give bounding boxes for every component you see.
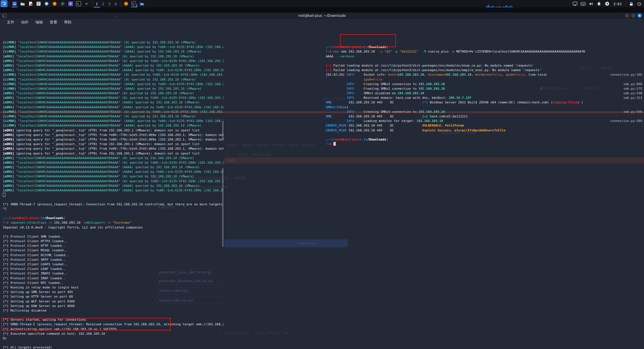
terminal-line: [mDNS] "localhost1UWhRCAAAAAAAAAAAAAAAAA… — [3, 188, 223, 193]
workspace-4[interactable]: 4 — [113, 2, 119, 6]
terminal-line: INFO SMBv1 disabled on 192.168.203.10smb… — [326, 91, 643, 96]
terminal-line — [3, 341, 223, 345]
terminal-line: [-] Failed loading module at /usr/lib/py… — [326, 68, 643, 73]
terminal-line: [mDNS] ignoring query for "_googlecast._… — [3, 142, 223, 147]
ghost-release-asset: Source code (tar.gz) — [156, 297, 224, 304]
terminal-line: [LLMNR] "localhost1UWhRCAAAAAAAAAAAAAAAA… — [3, 119, 223, 123]
title-bar[interactable]: $ root@kali-plus: ~/Downloads x — [0, 13, 644, 19]
terminal-count-badge: 3 — [135, 4, 138, 8]
bolt-app-launcher[interactable] — [67, 1, 74, 7]
kali-menu-button[interactable] — [1, 0, 7, 7]
terminal-line: [mDNS] "localhost1UWhRCAAAAAAAAAAAAAAAAA… — [3, 161, 223, 165]
terminal-line: [mDNS] "localhost1UWhRCAAAAAAAAAAAAAAAAA… — [3, 63, 223, 68]
workspace-1[interactable]: 1 — [94, 2, 100, 6]
terminal-line: [LLMNR] "localhost1UWhRCAAAAAAAAAAAAAAAA… — [3, 110, 223, 114]
terminal-line: INFO Loading modules for target: 192.168… — [326, 119, 643, 123]
terminal-line: [mDNS] "localhost1UWhRCAAAAAAAAAAAAAAAAA… — [3, 179, 223, 184]
terminal-line: INFO Resolved domain: hack.com with dns,… — [326, 96, 643, 100]
terminal-line: [mDNS] "localhost1UWhRCAAAAAAAAAAAAAAAAA… — [3, 59, 223, 63]
terminal-line: [mDNS] ignoring query for "_googlecast._… — [3, 137, 223, 142]
firefox-window-task[interactable] — [123, 1, 129, 7]
terminal-line: [mDNS] "localhost1UWhRCAAAAAAAAAAAAAAAAA… — [3, 165, 223, 170]
terminal-line: Impacket v0.13.0.dev0 - Copyright Fortra… — [3, 225, 223, 230]
notes-app-launcher[interactable]: T — [35, 1, 42, 7]
menu-bar: 文件动作编辑查看帮助 — [0, 19, 644, 26]
terminal-line: [*] Protocol Client SMB loaded.. — [3, 234, 223, 239]
maximize-button[interactable] — [631, 13, 635, 18]
terminal-line: [mDNS] ignoring query for "_googlecast._… — [3, 147, 223, 151]
terminal-line: [LLMNR] "localhost1UWhRCAAAAAAAAAAAAAAAA… — [3, 123, 223, 128]
terminal-content[interactable]: [LLMNR] "localhost1UWhRCAAAAAAAAAAAAAAAA… — [0, 26, 644, 349]
folder-launcher[interactable] — [19, 1, 26, 7]
terminal-line — [326, 59, 643, 63]
zap-proxy-launcher[interactable] — [59, 1, 66, 7]
taskbar-separator — [625, 1, 626, 6]
terminal-line: ^C — [3, 207, 223, 211]
taskbar: T $_ 1234 $_ 3 — [0, 0, 644, 8]
desktop: { "taskbar": { "clock": "2:42", "workspa… — [0, 0, 644, 349]
terminal-line: [mDNS] "localhost1UWhRCAAAAAAAAAAAAAAAAA… — [3, 174, 223, 179]
chromium-browser-launcher[interactable] — [43, 1, 50, 7]
terminal-line — [3, 313, 223, 318]
terminal-line: [LLMNR] "localhost1UWhRCAAAAAAAAAAAAAAAA… — [3, 82, 223, 87]
lock-screen-icon[interactable] — [628, 1, 634, 7]
terminal-line: [mDNS] "localhost1UWhRCAAAAAAAAAAAAAAAAA… — [3, 156, 223, 161]
terminal-line: AAAA --verbose — [326, 54, 643, 59]
workspace-3[interactable]: 3 — [107, 2, 112, 6]
terminal-line: [mDNS] ignoring query for "_googlecast._… — [3, 128, 223, 133]
terminal-line: [mDNS] "localhost1UWhRCAAAAAAAAAAAAAAAAA… — [3, 184, 223, 188]
terminal-line — [3, 211, 223, 216]
terminal-launcher[interactable]: $_ — [75, 1, 82, 7]
downloads-folder-task[interactable] — [139, 1, 145, 7]
svg-text:T: T — [37, 2, 40, 6]
terminal-line: [mDNS] "localhost1UWhRCAAAAAAAAAAAAAAAAA… — [3, 170, 223, 174]
text-editor-launcher[interactable] — [27, 1, 34, 7]
minimize-button[interactable] — [625, 13, 629, 18]
log-out-icon[interactable] — [636, 1, 642, 7]
terminal-line: [mDNS] "localhost1UWhRCAAAAAAAAAAAAAAAAA… — [3, 100, 223, 105]
ghost-window-edge — [222, 168, 223, 247]
display-icon[interactable] — [572, 1, 578, 7]
menu-item-1[interactable]: 动作 — [21, 20, 29, 25]
svg-text:$: $ — [3, 15, 4, 17]
file-manager-launcher[interactable] — [11, 1, 18, 7]
terminal-line: [mDNS] "localhost1UWhRCAAAAAAAAAAAAAAAAA… — [3, 54, 223, 59]
keyboard-icon[interactable] — [580, 1, 586, 7]
clock[interactable]: 2:42 — [613, 2, 622, 6]
terminal-line — [3, 193, 223, 197]
terminal-line: [*] SMBD-Thread-7 (process_request_threa… — [3, 202, 223, 207]
terminal-line: ┌──(root⊛kali-plus)-[~/Downloads] — [326, 137, 643, 142]
taskbar-separator — [92, 1, 92, 6]
close-button[interactable]: x — [637, 13, 642, 18]
terminal-line: [LLMNR] "localhost1UWhRCAAAAAAAAAAAAAAAA… — [3, 45, 223, 49]
network-monitor-graph — [486, 5, 523, 7]
terminal-line — [326, 133, 643, 137]
terminal-window-task[interactable]: $_ 3 — [131, 1, 137, 7]
notifications-bell-icon[interactable] — [596, 1, 602, 7]
menu-item-0[interactable]: 文件 — [7, 20, 14, 25]
menu-item-2[interactable]: 编辑 — [35, 20, 43, 25]
terminal-pane-right[interactable]: ┌──(root⊛kali-plus)-[~/Downloads]└─# nxc… — [326, 40, 643, 147]
terminal-line: [mDNS] ignoring query for "_googlecast._… — [3, 151, 223, 156]
terminal-line: [mDNS] "localhost1UWhRCAAAAAAAAAAAAAAAAA… — [3, 68, 223, 73]
terminal-line: [*] All targets processed! — [3, 345, 223, 349]
firefox-browser-launcher[interactable] — [51, 1, 58, 7]
ghost-release-asset: pretender_Windows_x86_64.zip — [156, 278, 224, 284]
svg-text:$_: $_ — [77, 3, 80, 5]
taskbar-separator — [9, 1, 9, 6]
menu-item-3[interactable]: 查看 — [50, 20, 57, 25]
terminal-line: [LLMNR] "localhost1UWhRCAAAAAAAAAAAAAAAA… — [3, 73, 223, 77]
terminal-line: [-] Failed loading module at /usr/lib/py… — [326, 63, 643, 68]
power-status-icon[interactable] — [604, 1, 610, 7]
menu-item-4[interactable]: 帮助 — [64, 20, 71, 25]
workspace-2[interactable]: 2 — [100, 2, 106, 6]
terminal-dropdown-chevron[interactable] — [83, 1, 90, 7]
terminal-line: [LLMNR] "localhost1UWhRCAAAAAAAAAAAAAAAA… — [3, 49, 223, 54]
window-title: root@kali-plus: ~/Downloads — [0, 14, 644, 18]
terminal-line: ipv6=False — [326, 77, 643, 82]
terminal-line: [mDNS] "localhost1UWhRCAAAAAAAAAAAAAAAAA… — [3, 105, 223, 110]
terminal-line: [*] Executed specified command on host: … — [3, 332, 223, 336]
terminal-line: [mDNS] ignoring query for "_googlecast._… — [3, 133, 223, 137]
terminal-line: [*] Setting up RAW Server on port 6666 — [3, 304, 223, 308]
volume-icon[interactable] — [588, 1, 594, 7]
